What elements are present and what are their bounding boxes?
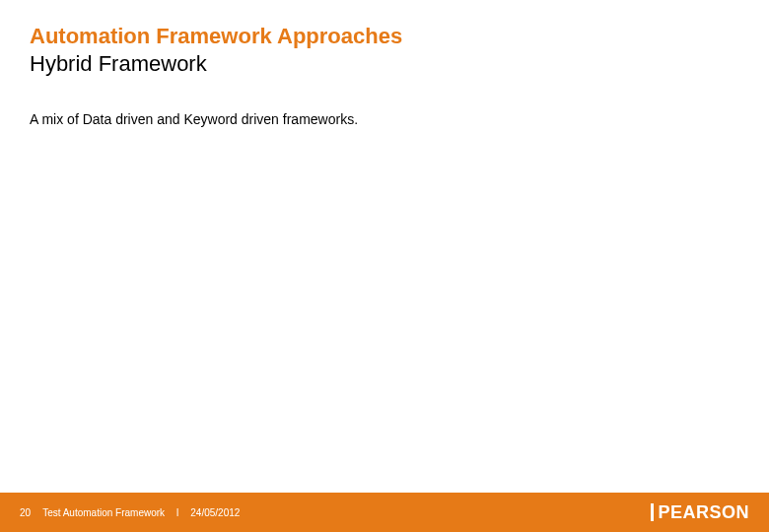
- slide-body: A mix of Data driven and Keyword driven …: [0, 78, 769, 127]
- footer-separator: l: [176, 507, 178, 518]
- slide-subtitle: Hybrid Framework: [30, 51, 739, 77]
- body-text: A mix of Data driven and Keyword driven …: [30, 111, 739, 127]
- logo-text: PEARSON: [658, 502, 749, 523]
- footer-doc-title: Test Automation Framework: [42, 507, 165, 518]
- slide: Automation Framework Approaches Hybrid F…: [0, 0, 769, 532]
- footer-date: 24/05/2012: [190, 507, 240, 518]
- slide-footer: 20 Test Automation Framework l 24/05/201…: [0, 493, 769, 532]
- page-number: 20: [20, 507, 31, 518]
- pearson-logo: PEARSON: [651, 502, 749, 523]
- footer-left: 20 Test Automation Framework l 24/05/201…: [20, 507, 240, 518]
- slide-title: Automation Framework Approaches: [30, 24, 739, 49]
- slide-header: Automation Framework Approaches Hybrid F…: [0, 0, 769, 78]
- logo-bar-icon: [651, 503, 654, 521]
